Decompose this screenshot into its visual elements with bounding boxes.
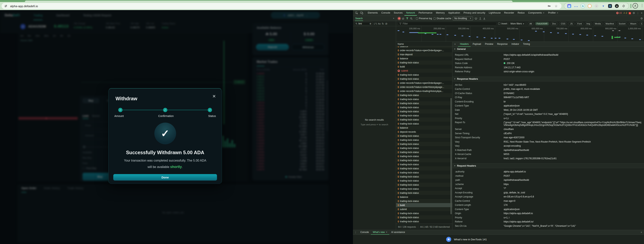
export-har-icon[interactable] <box>483 17 486 20</box>
extension-icon[interactable]: ⌄⌄ <box>574 4 578 8</box>
request-row[interactable]: {}trading-lock-status <box>396 122 452 126</box>
tab-network[interactable]: Network <box>404 10 417 16</box>
tab-recorder[interactable]: Recorder <box>502 10 516 16</box>
network-filter-input[interactable]: Filter <box>398 22 497 25</box>
tab-components[interactable]: Components⚛ <box>526 10 546 16</box>
drawer-tab-close-icon[interactable]: × <box>386 230 387 235</box>
clear-results-icon[interactable]: ⊘ <box>385 22 388 25</box>
request-row[interactable]: {}trading-lock-status <box>396 73 452 77</box>
match-case-icon[interactable]: Aa <box>378 22 380 25</box>
extension-icon[interactable]: • <box>594 4 598 8</box>
close-details-icon[interactable]: × <box>452 43 458 46</box>
filter-chip-font[interactable]: Font <box>576 22 584 25</box>
filter-chip-wasm[interactable]: Wasm <box>628 22 638 25</box>
drawer-close-icon[interactable]: × <box>641 231 644 234</box>
request-row[interactable]: {}trading-lock-status <box>396 142 452 146</box>
filter-chip-js[interactable]: JS <box>568 22 574 25</box>
devtools-menu-icon[interactable]: ⋮ <box>636 11 639 14</box>
extension-icon[interactable] <box>588 4 592 8</box>
request-row[interactable]: {}balance <box>396 56 452 60</box>
issues-badge[interactable]: 1 <box>629 12 631 14</box>
requests-scrollbar[interactable] <box>450 98 452 214</box>
tab-lighthouse[interactable]: Lighthouse <box>487 10 502 16</box>
browser-tab[interactable] <box>25 0 512 2</box>
request-row[interactable]: {}order-records?status=orderHistory&page… <box>396 85 452 89</box>
password-key-icon[interactable] <box>547 4 551 8</box>
tab-privacy-and-security[interactable]: Privacy and security <box>462 10 487 16</box>
extension-icon[interactable]: ⚛ <box>608 4 612 8</box>
filter-chip-all[interactable]: All <box>528 22 534 25</box>
network-conditions-icon[interactable] <box>474 17 478 20</box>
request-row[interactable]: {}balance <box>396 195 452 199</box>
drawer-tab-console[interactable]: Console <box>358 230 371 235</box>
invert-checkbox[interactable] <box>498 22 500 25</box>
devtools-close-icon[interactable]: × <box>641 11 642 14</box>
request-row[interactable]: {}order-records?status=tradingHistory&pa… <box>396 89 452 93</box>
request-row[interactable]: {}trading-lock-status <box>396 183 452 187</box>
tab-console[interactable]: Console <box>380 10 392 16</box>
disable-cache-checkbox[interactable] <box>434 17 436 19</box>
browser-menu-icon[interactable]: ⋮ <box>640 3 644 7</box>
request-row[interactable]: {}trading-lock-status <box>396 211 452 215</box>
details-tab-timing[interactable]: Timing <box>521 42 532 47</box>
request-row[interactable]: {}trading-lock-status <box>396 77 452 81</box>
search-tab[interactable]: Search <box>355 16 363 21</box>
request-row[interactable]: {}trading-lock-status <box>396 175 452 179</box>
tab-memory[interactable]: Memory <box>434 10 446 16</box>
request-row[interactable]: {}trading-lock-status <box>396 101 452 105</box>
details-tab-response[interactable]: Response <box>495 42 510 47</box>
tab-performance[interactable]: Performance <box>417 10 434 16</box>
devtools-settings-icon[interactable]: ⚙ <box>632 11 635 14</box>
filter-chip-media[interactable]: Media <box>593 22 603 25</box>
drawer-menu-icon[interactable]: ⋮ <box>353 231 358 234</box>
request-row[interactable]: {}trading-lock-status <box>396 134 452 138</box>
tab-sources[interactable]: Sources <box>392 10 404 16</box>
request-row[interactable]: {}deposit-records <box>396 130 452 134</box>
console-errors-badge[interactable]: ✕15 <box>616 12 622 14</box>
details-tab-payload[interactable]: Payload <box>470 42 483 47</box>
drawer-tab-what-s-new[interactable]: What's new× <box>371 230 389 235</box>
extension-icon[interactable]: ▤ <box>567 4 571 8</box>
filter-icon[interactable] <box>406 17 408 19</box>
refresh-search-icon[interactable]: ↻ <box>382 22 384 25</box>
extension-icon[interactable]: ▼ <box>601 4 605 8</box>
throttling-select[interactable]: No throttling▼ <box>453 17 473 20</box>
request-row[interactable]: {}balance <box>396 126 452 130</box>
done-button[interactable]: Done <box>113 174 217 181</box>
url-bar[interactable]: alpha-app.deltadefi.io ☆ <box>2 3 562 9</box>
extensions-puzzle-icon[interactable] <box>622 4 626 8</box>
request-row[interactable]: {}trading-lock-status <box>396 154 452 158</box>
search-close-icon[interactable]: × <box>393 17 394 20</box>
clear-network-log-icon[interactable]: ⊘ <box>402 17 404 20</box>
request-row[interactable]: {}trading-lock-status <box>396 219 452 224</box>
request-row[interactable]: {}build <box>396 203 452 207</box>
clear-search-icon[interactable]: ⊗ <box>370 22 372 25</box>
request-row[interactable]: {}trading-lock-status <box>396 162 452 166</box>
filter-chip-css[interactable]: CSS <box>559 22 567 25</box>
request-row[interactable]: {}build <box>396 65 452 69</box>
requests-name-header[interactable]: Name <box>396 42 452 46</box>
request-row[interactable]: {}max-deposit <box>396 52 452 56</box>
tab-application[interactable]: Application <box>446 10 462 16</box>
section-request-headers[interactable]: ▼Request Headers <box>452 164 644 168</box>
request-row[interactable]: {}trading-lock-status <box>396 105 452 109</box>
request-row[interactable]: ✕submit <box>396 69 452 73</box>
network-overview-timeline[interactable]: 100,000 ms200,000 ms300,000 ms400,000 ms… <box>396 26 644 42</box>
section-response-headers[interactable]: ▼Response Headers <box>452 77 644 81</box>
section-general[interactable]: ▼General <box>452 47 644 51</box>
filter-chip-other[interactable]: Other <box>639 22 642 25</box>
request-row[interactable]: {}trading-lock-status <box>396 138 452 142</box>
search-input[interactable]: limi ⊗ <box>354 22 373 25</box>
request-row[interactable]: {}trading-lock-status <box>396 113 452 118</box>
request-row[interactable]: {}trading-lock-status <box>396 150 452 154</box>
record-network-log-icon[interactable] <box>398 17 400 19</box>
network-settings-icon[interactable]: ⚙ <box>640 17 643 20</box>
request-row[interactable]: {}trading-lock-status <box>396 60 452 65</box>
request-row[interactable]: {}trading-lock-status <box>396 215 452 219</box>
request-row[interactable]: {}trading-lock-status <box>396 146 452 150</box>
request-row[interactable]: {}trading-lock-status <box>396 199 452 203</box>
filter-chip-fetch-xhr[interactable]: Fetch/XHR <box>535 22 549 25</box>
filter-chip-manifest[interactable]: Manifest <box>604 22 616 25</box>
request-row[interactable]: {}balance <box>396 46 452 48</box>
import-har-icon[interactable] <box>479 17 482 20</box>
